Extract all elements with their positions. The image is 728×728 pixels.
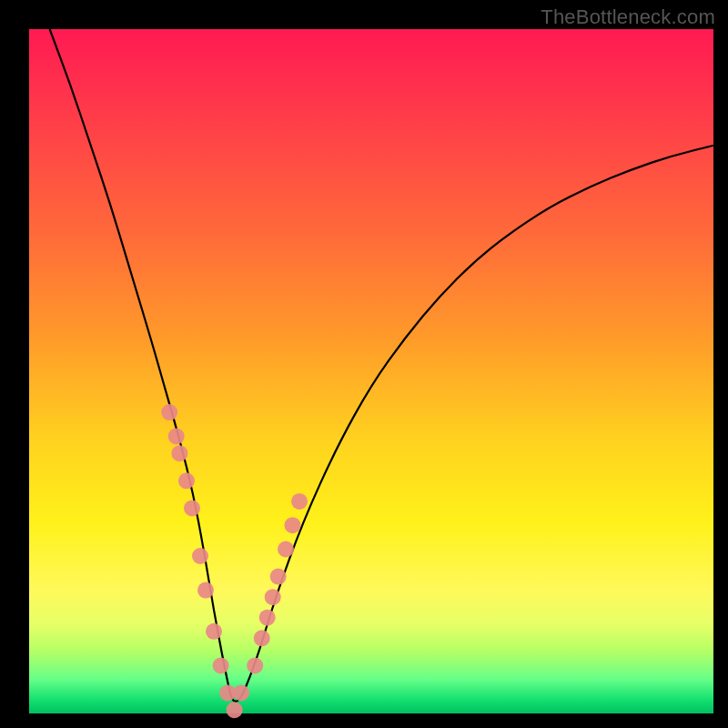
match-marker	[192, 548, 208, 564]
match-marker	[168, 428, 185, 444]
match-marker	[184, 500, 200, 516]
match-marker	[178, 472, 195, 489]
match-marker	[197, 582, 214, 599]
watermark-text: TheBottleneck.com	[541, 5, 715, 29]
match-marker	[278, 541, 294, 558]
curve-layer	[29, 29, 713, 713]
match-marker	[254, 630, 270, 646]
bottleneck-curve	[50, 29, 713, 702]
match-marker	[291, 493, 308, 510]
match-marker	[227, 702, 243, 718]
match-marker	[247, 657, 263, 673]
match-marker	[265, 589, 281, 605]
match-marker	[213, 657, 229, 673]
match-markers-group	[161, 404, 308, 718]
match-marker	[285, 517, 301, 533]
match-marker	[233, 684, 249, 701]
match-marker	[270, 569, 287, 585]
match-marker	[161, 404, 177, 420]
chart-stage: TheBottleneck.com	[0, 0, 728, 728]
match-marker	[171, 445, 187, 461]
plot-area	[29, 29, 713, 713]
match-marker	[206, 623, 222, 640]
match-marker	[259, 610, 276, 626]
